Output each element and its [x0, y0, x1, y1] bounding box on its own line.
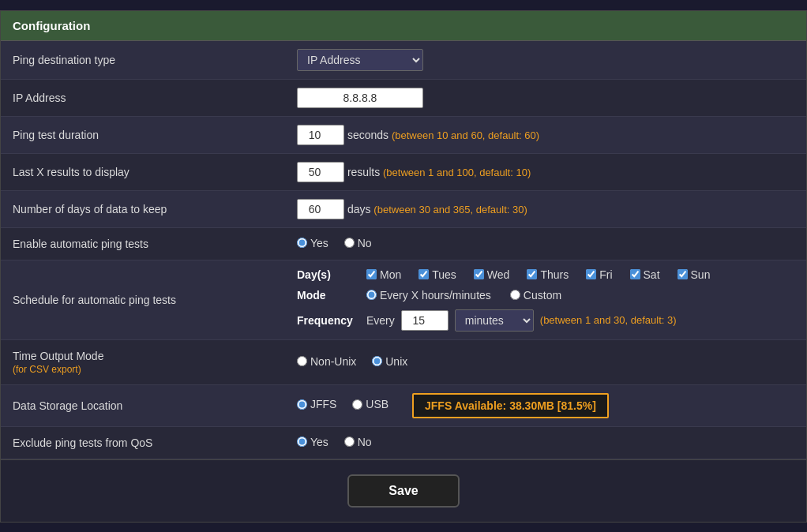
jffs-badge: JFFS Available: 38.30MB [81.5%]	[412, 393, 609, 418]
day-sat-label[interactable]: Sat	[630, 268, 660, 281]
enable-auto-ping-label: Enable automatic ping tests	[1, 227, 285, 260]
ping-dest-type-row: Ping destination type IP Address Hostnam…	[1, 41, 806, 80]
ping-duration-label: Ping test duration	[1, 116, 285, 153]
save-btn-row: Save	[1, 459, 806, 522]
mode-custom-label[interactable]: Custom	[510, 289, 561, 302]
day-wed-checkbox[interactable]	[474, 269, 484, 279]
day-thurs-checkbox[interactable]	[527, 269, 537, 279]
day-thurs-label[interactable]: Thurs	[527, 268, 569, 281]
day-sun-checkbox[interactable]	[678, 269, 688, 279]
days-line: Day(s) Mon Tues Wed	[297, 268, 794, 281]
enable-auto-ping-yes-label[interactable]: Yes	[297, 237, 328, 249]
storage-jffs-label[interactable]: JFFS	[297, 398, 336, 410]
days-to-keep-input[interactable]	[297, 199, 344, 219]
config-table: Ping destination type IP Address Hostnam…	[1, 41, 806, 459]
data-storage-row: Data Storage Location JFFS USB JFFS Avai…	[1, 384, 806, 426]
time-output-mode-text: Time Output Mode	[13, 350, 103, 362]
data-storage-label: Data Storage Location	[1, 384, 285, 426]
days-label: Day(s)	[297, 268, 360, 281]
day-tues-label[interactable]: Tues	[419, 268, 456, 281]
last-x-results-value: results (between 1 and 100, default: 10)	[285, 153, 806, 190]
exclude-qos-yes-label[interactable]: Yes	[297, 436, 328, 448]
days-to-keep-value: days (between 30 and 365, default: 30)	[285, 190, 806, 227]
mode-line: Mode Every X hours/minutes Custom	[297, 289, 794, 302]
ping-duration-row: Ping test duration seconds (between 10 a…	[1, 116, 806, 153]
enable-auto-ping-yes-radio[interactable]	[297, 238, 307, 248]
day-wed-label[interactable]: Wed	[474, 268, 510, 281]
freq-hint: (between 1 and 30, default: 3)	[540, 314, 677, 326]
days-group: Mon Tues Wed Thurs	[366, 268, 723, 281]
ip-address-row: IP Address	[1, 79, 806, 116]
enable-auto-ping-no-label[interactable]: No	[344, 237, 372, 249]
exclude-qos-label: Exclude ping tests from QoS	[1, 426, 285, 459]
exclude-qos-value: Yes No	[285, 426, 806, 459]
days-to-keep-hint: (between 30 and 365, default: 30)	[373, 204, 527, 215]
enable-auto-ping-row: Enable automatic ping tests Yes No	[1, 227, 806, 260]
ping-dest-type-label: Ping destination type	[1, 41, 285, 80]
day-mon-checkbox[interactable]	[366, 269, 377, 279]
time-output-mode-value: Non-Unix Unix	[285, 339, 806, 384]
ping-duration-unit: seconds	[347, 129, 392, 141]
storage-usb-label[interactable]: USB	[352, 398, 388, 410]
time-non-unix-label[interactable]: Non-Unix	[297, 355, 356, 368]
ip-address-input[interactable]	[297, 88, 423, 108]
data-storage-value: JFFS USB JFFS Available: 38.30MB [81.5%]	[285, 384, 806, 426]
exclude-qos-no-radio[interactable]	[344, 436, 355, 447]
storage-usb-radio[interactable]	[352, 399, 362, 410]
mode-label: Mode	[297, 289, 360, 302]
day-fri-label[interactable]: Fri	[586, 268, 612, 281]
time-output-mode-label: Time Output Mode (for CSV export)	[1, 339, 285, 384]
time-unix-label[interactable]: Unix	[372, 355, 407, 368]
day-fri-checkbox[interactable]	[586, 269, 596, 279]
exclude-qos-no-label[interactable]: No	[344, 436, 372, 448]
last-x-results-input[interactable]	[297, 162, 344, 182]
freq-unit-select[interactable]: minutes hours	[455, 309, 534, 332]
days-to-keep-row: Number of days of data to keep days (bet…	[1, 190, 806, 227]
time-output-mode-row: Time Output Mode (for CSV export) Non-Un…	[1, 339, 806, 384]
days-to-keep-label: Number of days of data to keep	[1, 190, 285, 227]
last-x-results-hint: (between 1 and 100, default: 10)	[383, 167, 531, 178]
day-sun-label[interactable]: Sun	[678, 268, 711, 281]
time-unix-radio[interactable]	[372, 356, 382, 366]
mode-every-label[interactable]: Every X hours/minutes	[366, 289, 491, 302]
frequency-line: Frequency Every minutes hours (between 1…	[297, 309, 794, 332]
time-non-unix-radio[interactable]	[297, 356, 307, 366]
schedule-container: Day(s) Mon Tues Wed	[297, 268, 794, 332]
enable-auto-ping-value: Yes No	[285, 227, 806, 260]
ping-duration-hint: (between 10 and 60, default: 60)	[392, 129, 539, 141]
exclude-qos-yes-radio[interactable]	[297, 436, 307, 447]
last-x-results-row: Last X results to display results (betwe…	[1, 153, 806, 190]
mode-every-radio[interactable]	[366, 290, 377, 300]
day-sat-checkbox[interactable]	[630, 269, 640, 279]
header-title: Configuration	[13, 19, 90, 32]
ping-dest-type-value: IP Address Hostname	[285, 41, 806, 80]
freq-value-input[interactable]	[401, 310, 449, 331]
csv-hint: (for CSV export)	[13, 364, 273, 375]
storage-jffs-radio[interactable]	[297, 399, 307, 410]
last-x-results-unit: results	[347, 166, 383, 178]
last-x-results-label: Last X results to display	[1, 153, 285, 190]
ping-duration-input[interactable]	[297, 125, 344, 145]
ping-duration-value: seconds (between 10 and 60, default: 60)	[285, 116, 806, 153]
mode-custom-radio[interactable]	[510, 290, 520, 300]
day-tues-checkbox[interactable]	[419, 269, 429, 279]
save-button[interactable]: Save	[347, 474, 459, 508]
day-mon-label[interactable]: Mon	[366, 268, 401, 281]
ip-address-value	[285, 79, 806, 116]
freq-every-text: Every	[366, 314, 395, 327]
ping-dest-type-select[interactable]: IP Address Hostname	[297, 49, 423, 71]
ip-address-label: IP Address	[1, 79, 285, 116]
exclude-qos-row: Exclude ping tests from QoS Yes No	[1, 426, 806, 459]
enable-auto-ping-no-radio[interactable]	[344, 238, 355, 248]
schedule-value: Day(s) Mon Tues Wed	[285, 260, 806, 339]
frequency-label: Frequency	[297, 314, 360, 327]
days-to-keep-unit: days	[347, 203, 373, 215]
config-header: Configuration	[1, 11, 806, 41]
schedule-label: Schedule for automatic ping tests	[1, 260, 285, 339]
schedule-row: Schedule for automatic ping tests Day(s)…	[1, 260, 806, 339]
